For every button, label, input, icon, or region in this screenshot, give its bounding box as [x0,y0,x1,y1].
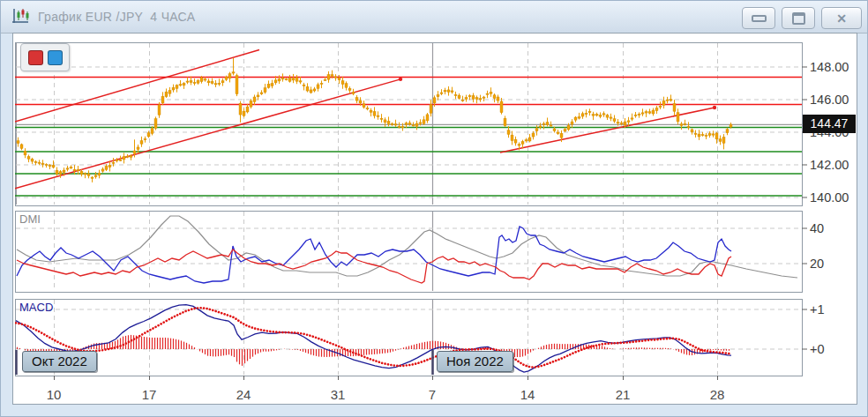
window-title: График EUR /JPY 4 ЧАСА [38,10,195,24]
close-icon: ✕ [836,12,847,25]
chart-content-area[interactable] [12,33,857,405]
red-marker-button[interactable] [28,50,43,65]
minimize-icon [752,15,767,22]
restore-icon [792,12,805,25]
restore-button[interactable] [782,7,815,29]
candlestick-chart-icon [11,8,31,26]
month-badge-oct: Окт 2022 [22,351,97,372]
chart-toolbar [20,43,70,71]
blue-marker-button[interactable] [48,50,63,65]
macd-label: MACD [19,301,53,314]
month-badge-nov: Ноя 2022 [437,351,513,372]
titlebar[interactable]: График EUR /JPY 4 ЧАСА ✕ [1,1,867,34]
current-price-tag: 144.47 [803,115,856,133]
minimize-button[interactable] [742,7,775,29]
window-controls: ✕ [742,7,862,29]
chart-window: График EUR /JPY 4 ЧАСА ✕ 148.00146.00144… [0,0,868,417]
dmi-label: DMI [19,212,41,226]
close-button[interactable]: ✕ [821,7,862,29]
